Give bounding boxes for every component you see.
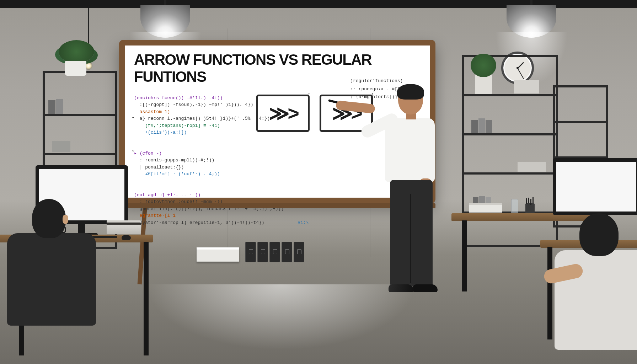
book (48, 100, 55, 114)
pendant-lamp-right (507, 0, 556, 39)
book (486, 120, 492, 133)
presenter-person (357, 85, 443, 306)
books-flat (107, 225, 141, 234)
paper-stack (197, 247, 239, 262)
plant-small (475, 74, 492, 94)
mouse (122, 235, 131, 240)
pendant-lamp-left (140, 0, 190, 39)
arrow-glyphs: ≫> (269, 102, 297, 125)
diagram-box-1: ↑ ≫> (256, 95, 310, 132)
potted-plant (59, 44, 94, 76)
paper-pad (469, 205, 502, 213)
desk-leg (547, 247, 552, 339)
arrow-up-icon: ↑ (307, 91, 309, 99)
book (471, 120, 478, 133)
box (514, 80, 539, 93)
books-flat (518, 162, 546, 172)
flow-arrow-icon: ↓ (131, 144, 135, 154)
diagram-boxes: ↑ ≫> ↑ ≫> ↓ (256, 95, 373, 132)
desk-leg (144, 242, 149, 355)
book (478, 118, 485, 133)
scene-root: ARROW FUNCTIONS VS REGULAR FUNTIONS (enc… (0, 0, 637, 364)
glass (511, 199, 518, 213)
seated-person-left (0, 199, 103, 341)
flow-arrow-icon: ↓ (131, 111, 135, 120)
box (52, 141, 70, 152)
desk-leg (462, 220, 467, 291)
monitor-right (553, 158, 637, 215)
binders (245, 242, 304, 262)
book (56, 99, 63, 114)
seated-person-right (555, 213, 637, 355)
pen-holder (525, 203, 535, 213)
